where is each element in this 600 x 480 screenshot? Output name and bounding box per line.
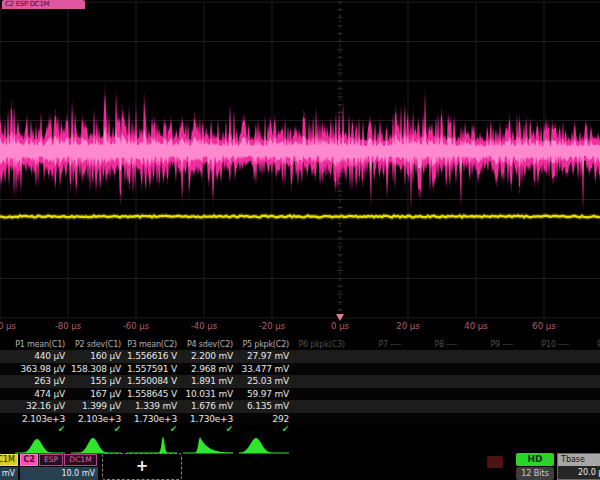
resolution-bits-badge: 12 Bits	[516, 467, 554, 480]
histicon-cell-P1[interactable]	[12, 433, 68, 455]
histicon-cell-P4[interactable]	[180, 433, 236, 455]
measure-cell-P9-max	[460, 388, 516, 401]
histicon-cell-P11[interactable]	[572, 433, 600, 455]
measure-cell-P7-min	[348, 375, 404, 388]
oscilloscope-screen: { "trace_tab": { "label": "C2 ESP DC1M" …	[0, 0, 600, 480]
measure-cell-P11-num	[572, 413, 600, 426]
measure-header-P4[interactable]: P4 sdev(C2)	[180, 339, 236, 350]
measure-cell-P5-value: 27.97 mV	[236, 350, 292, 363]
measure-cell-P2-value: 160 µV	[68, 350, 124, 363]
measure-cell-P6-mean	[292, 363, 348, 376]
measure-cell-P6-value	[292, 350, 348, 363]
measure-cell-P5-sdev: 6.135 mV	[236, 400, 292, 413]
measure-cell-P5-mean: 33.477 mV	[236, 363, 292, 376]
measure-row-max: 474 µV167 µV1.558645 V10.031 mV59.97 mV	[0, 388, 600, 401]
measure-cell-P6-min	[292, 375, 348, 388]
c2-vdiv-value: 10.0 mV	[20, 467, 98, 480]
measure-cell-P6-max	[292, 388, 348, 401]
measure-cell-P1-min: 263 µV	[12, 375, 68, 388]
measure-header-P7[interactable]: P7 ----	[348, 339, 404, 350]
status-check-P2: ✔	[68, 425, 124, 433]
measure-cell-P10-max	[516, 388, 572, 401]
time-tick-label: 0 µs	[331, 320, 349, 332]
time-tick-label: 40 µs	[464, 320, 487, 332]
measure-header-P1[interactable]: P1 mean(C1)	[12, 339, 68, 350]
measure-cell-P11-min	[572, 375, 600, 388]
measure-cell-P8-value	[404, 350, 460, 363]
measure-cell-P3-mean: 1.557591 V	[124, 363, 180, 376]
status-check-P8	[404, 425, 460, 433]
c2-trace-tab[interactable]: C2 ESP DC1M	[2, 0, 85, 9]
measure-cell-P11-mean	[572, 363, 600, 376]
time-axis: -100 µs-80 µs-60 µs-40 µs-20 µs0 µs20 µs…	[0, 320, 600, 332]
measure-cell-P10-mean	[516, 363, 572, 376]
histicon-cell-P6[interactable]	[292, 433, 348, 455]
histicon-cell-P3[interactable]	[124, 433, 180, 455]
measure-header-P10[interactable]: P10 ----	[516, 339, 572, 350]
waveform-display[interactable]	[0, 0, 600, 338]
time-tick-label: -20 µs	[259, 320, 285, 332]
time-tick-label: -100 µs	[0, 320, 16, 332]
measure-cell-P4-max: 10.031 mV	[180, 388, 236, 401]
measure-cell-P1-mean: 363.98 µV	[12, 363, 68, 376]
measure-cell-P10-sdev	[516, 400, 572, 413]
measure-cell-P2-max: 167 µV	[68, 388, 124, 401]
timebase-descriptor-box[interactable]: Tbase 20.0 µs/div	[557, 453, 600, 480]
measure-header-P8[interactable]: P8 ----	[404, 339, 460, 350]
c2-name-chip: C2	[20, 454, 38, 466]
hd-mode-badge[interactable]: HD	[516, 453, 554, 466]
measure-cell-P10-value	[516, 350, 572, 363]
histicon-cell-P5[interactable]	[236, 433, 292, 455]
measure-cell-P7-max	[348, 388, 404, 401]
c1-vdiv-value: 10.0 mV	[0, 467, 18, 480]
measure-header-P5[interactable]: P5 pkpk(C2)	[236, 339, 292, 350]
measure-header-P11[interactable]: P11 ----	[572, 339, 600, 350]
measure-header-P2[interactable]: P2 sdev(C1)	[68, 339, 124, 350]
timebase-label: Tbase	[558, 454, 600, 466]
measure-cell-P9-num	[460, 413, 516, 426]
measure-cell-P9-sdev	[460, 400, 516, 413]
histicon-cell-P9[interactable]	[460, 433, 516, 455]
measure-cell-P7-sdev	[348, 400, 404, 413]
histicon-cell-P8[interactable]	[404, 433, 460, 455]
status-check-P3: ✔	[124, 425, 180, 433]
histicon-cell-P10[interactable]	[516, 433, 572, 455]
measure-cell-P9-value	[460, 350, 516, 363]
measure-cell-P7-value	[348, 350, 404, 363]
c2-descriptor-box[interactable]: C2 ESP DC1M 10.0 mV	[20, 454, 98, 480]
status-check-P11	[572, 425, 600, 433]
status-check-P10	[516, 425, 572, 433]
measure-header-P6[interactable]: P6 pkpk(C3)	[292, 339, 348, 350]
histicon-cell-P7[interactable]	[348, 433, 404, 455]
status-check-P9	[460, 425, 516, 433]
measurement-table: P1 mean(C1)P2 sdev(C1)P3 mean(C2)P4 sdev…	[0, 339, 600, 455]
descriptor-box-partial	[487, 456, 503, 468]
measure-cell-P4-num: 1.730e+3	[180, 413, 236, 426]
histicon-cell-P2[interactable]	[68, 433, 124, 455]
measure-cell-P10-min	[516, 375, 572, 388]
measure-row-value: 440 µV160 µV1.556616 V2.200 mV27.97 mV	[0, 350, 600, 363]
c1-coupling-chip: DC1M	[0, 454, 18, 466]
measure-cell-P3-sdev: 1.339 mV	[124, 400, 180, 413]
status-check-P5: ✔	[236, 425, 292, 433]
measure-cell-P8-max	[404, 388, 460, 401]
measure-cell-P6-num	[292, 413, 348, 426]
measure-cell-P9-mean	[460, 363, 516, 376]
measure-cell-P8-mean	[404, 363, 460, 376]
measure-cell-P7-num	[348, 413, 404, 426]
histicon-P5	[236, 433, 292, 455]
add-trace-button[interactable]: +	[102, 453, 182, 480]
measure-row-mean: 363.98 µV158.308 µV1.557591 V2.968 mV33.…	[0, 363, 600, 376]
c1-descriptor-box[interactable]: DC1M 10.0 mV	[0, 454, 18, 480]
time-tick-label: 20 µs	[396, 320, 419, 332]
measure-cell-P4-min: 1.891 mV	[180, 375, 236, 388]
status-check-P7	[348, 425, 404, 433]
measure-histicon-row	[0, 433, 600, 455]
measure-header-P3[interactable]: P3 mean(C2)	[124, 339, 180, 350]
c2-coupling-chip: DC1M	[64, 454, 97, 466]
measure-cell-P4-sdev: 1.676 mV	[180, 400, 236, 413]
measure-cell-P2-num: 2.103e+3	[68, 413, 124, 426]
c1-trace-waveform[interactable]	[0, 216, 600, 218]
measure-cell-P8-sdev	[404, 400, 460, 413]
measure-header-P9[interactable]: P9 ----	[460, 339, 516, 350]
